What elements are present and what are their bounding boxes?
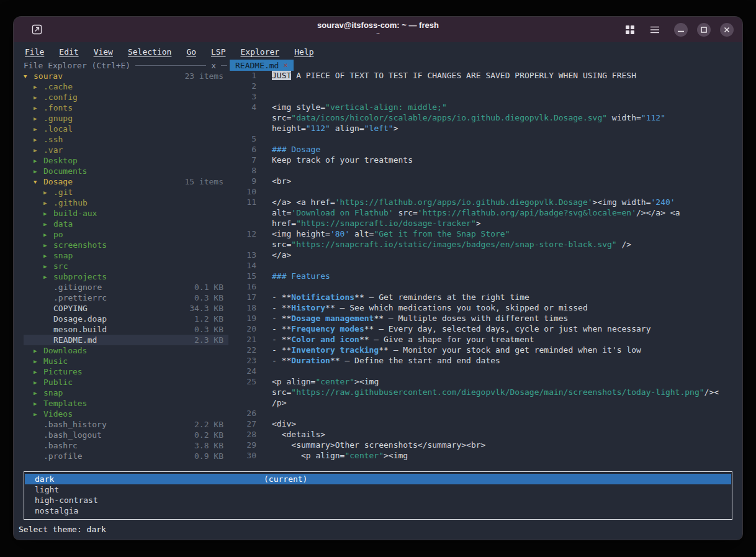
app-grid-button[interactable]	[624, 24, 636, 35]
theme-option-light[interactable]: light	[25, 484, 731, 495]
tree-item-bashrc[interactable]: .bashrc3.8 KB	[24, 440, 228, 451]
tree-item-src[interactable]: ▶src	[24, 261, 228, 271]
folder-closed-icon[interactable]: ▶	[34, 348, 43, 354]
tree-item-subprojects[interactable]: ▶subprojects	[24, 271, 228, 282]
tree-item-bash-history[interactable]: .bash_history2.2 KB	[24, 419, 228, 430]
tree-item-pictures[interactable]: ▶Pictures	[24, 366, 228, 377]
tree-item-dosage-doap[interactable]: Dosage.doap1.2 KB	[24, 314, 228, 324]
tree-item-downloads[interactable]: ▶Downloads	[24, 345, 228, 356]
folder-closed-icon[interactable]: ▶	[34, 105, 43, 111]
tree-item-build-aux[interactable]: ▶build-aux	[24, 208, 228, 219]
tree-item-public[interactable]: ▶Public	[24, 377, 228, 387]
tree-item-cache[interactable]: ▶.cache	[24, 81, 228, 92]
minimize-button[interactable]	[674, 23, 688, 37]
tree-item-config[interactable]: ▶.config	[24, 92, 228, 102]
menu-help[interactable]: Help	[294, 47, 313, 57]
tree-item-profile[interactable]: .profile0.9 KB	[24, 451, 228, 461]
folder-closed-icon[interactable]: ▶	[34, 390, 43, 396]
tab-readme-md[interactable]: README.md ×	[230, 60, 294, 71]
folder-closed-icon[interactable]: ▶	[43, 232, 53, 238]
tree-item-prettierrc[interactable]: .prettierrc0.3 KB	[24, 292, 228, 303]
tab-close-icon[interactable]: ×	[283, 61, 287, 70]
folder-closed-icon[interactable]: ▶	[34, 411, 43, 417]
folder-closed-icon[interactable]: ▶	[34, 94, 43, 101]
close-button[interactable]	[720, 23, 734, 37]
maximize-button[interactable]	[697, 23, 711, 37]
folder-closed-icon[interactable]: ▶	[34, 369, 43, 375]
folder-closed-icon[interactable]: ▶	[34, 84, 43, 90]
theme-option-nostalgia[interactable]: nostalgia	[25, 505, 731, 516]
new-window-button[interactable]	[30, 23, 43, 37]
folder-closed-icon[interactable]: ▶	[34, 126, 43, 132]
tree-item-copying[interactable]: COPYING34.3 KB	[24, 303, 228, 314]
folder-closed-icon[interactable]: ▶	[34, 379, 43, 386]
tree-item-po[interactable]: ▶po	[24, 229, 228, 240]
explorer-header-divider	[135, 65, 206, 66]
tree-item-readme-md[interactable]: README.md2.3 KB	[24, 335, 228, 345]
theme-option-high-contrast[interactable]: high-contrast	[25, 495, 731, 505]
tree-item-snap[interactable]: ▶snap	[24, 387, 228, 398]
code-line: src="https://snapcraft.io/static/images/…	[230, 240, 737, 250]
line-number: 2	[230, 81, 256, 92]
tree-item-dosage[interactable]: ▼Dosage15 items	[24, 176, 228, 187]
folder-closed-icon[interactable]: ▶	[43, 253, 53, 259]
menu-edit[interactable]: Edit	[59, 47, 78, 57]
menu-lsp[interactable]: LSP	[211, 47, 225, 57]
folder-closed-icon[interactable]: ▶	[43, 189, 53, 196]
tree-item-gnupg[interactable]: ▶.gnupg	[24, 113, 228, 124]
folder-closed-icon[interactable]: ▶	[43, 211, 53, 217]
tree-item-music[interactable]: ▶Music	[24, 356, 228, 366]
titlebar[interactable]: sourav@itsfoss-com: ~ — fresh ~	[14, 17, 742, 42]
line-text: - **Frequency modes** — Every day, selec…	[272, 324, 651, 335]
folder-closed-icon[interactable]: ▶	[43, 274, 53, 280]
tree-item-ssh[interactable]: ▶.ssh	[24, 134, 228, 145]
tree-item-github[interactable]: ▶.github	[24, 197, 228, 208]
tree-item-sourav[interactable]: ▼sourav23 items	[24, 71, 228, 81]
hamburger-menu-button[interactable]	[649, 24, 660, 35]
folder-closed-icon[interactable]: ▶	[34, 358, 43, 365]
tree-item-meson-build[interactable]: meson.build0.3 KB	[24, 324, 228, 335]
tree-item-screenshots[interactable]: ▶screenshots	[24, 240, 228, 250]
folder-closed-icon[interactable]: ▶	[34, 158, 43, 164]
tree-item-templates[interactable]: ▶Templates	[24, 398, 228, 409]
tree-item-git[interactable]: ▶.git	[24, 187, 228, 197]
tree-item-snap[interactable]: ▶snap	[24, 250, 228, 261]
menu-file[interactable]: File	[25, 47, 44, 57]
tree-item-local[interactable]: ▶.local	[24, 124, 228, 134]
line-number: 5	[230, 134, 256, 145]
folder-closed-icon[interactable]: ▶	[43, 200, 53, 206]
folder-open-icon[interactable]: ▼	[24, 73, 34, 79]
status-bar[interactable]: Select theme: dark	[19, 522, 737, 536]
tree-item-desktop[interactable]: ▶Desktop	[24, 155, 228, 166]
folder-closed-icon[interactable]: ▶	[34, 168, 43, 174]
folder-closed-icon[interactable]: ▶	[34, 147, 43, 153]
folder-closed-icon[interactable]: ▶	[34, 401, 43, 407]
tree-item-var[interactable]: ▶.var	[24, 145, 228, 155]
tree-item-data[interactable]: ▶data	[24, 219, 228, 229]
line-number: 15	[230, 271, 256, 282]
folder-open-icon[interactable]: ▼	[34, 179, 43, 185]
line-text: src="https://snapcraft.io/static/images/…	[272, 240, 631, 250]
line-number: 27	[230, 419, 256, 430]
menu-explorer[interactable]: Explorer	[241, 47, 280, 57]
tree-item-bash-logout[interactable]: .bash_logout0.2 KB	[24, 430, 228, 440]
status-prompt-text: Select theme: dark	[19, 525, 106, 534]
folder-closed-icon[interactable]: ▶	[34, 115, 43, 122]
menu-selection[interactable]: Selection	[128, 47, 171, 57]
titlebar-controls	[624, 23, 734, 37]
folder-closed-icon[interactable]: ▶	[43, 221, 53, 227]
tree-item-videos[interactable]: ▶Videos	[24, 409, 228, 419]
code-area[interactable]: 1JUST A PIECE OF TEXT TO TEST IF CHANGES…	[230, 71, 737, 471]
folder-closed-icon[interactable]: ▶	[34, 137, 43, 143]
tree-item-gitignore[interactable]: .gitignore0.1 KB	[24, 282, 228, 292]
explorer-close-button[interactable]: x	[211, 61, 216, 70]
item-meta: 23 items	[184, 71, 223, 81]
theme-option-dark[interactable]: dark(current)	[25, 474, 731, 484]
folder-closed-icon[interactable]: ▶	[43, 263, 53, 269]
item-meta: 0.9 KB	[194, 451, 223, 461]
menu-go[interactable]: Go	[186, 47, 196, 57]
menu-view[interactable]: View	[94, 47, 113, 57]
tree-item-documents[interactable]: ▶Documents	[24, 166, 228, 176]
folder-closed-icon[interactable]: ▶	[43, 242, 53, 248]
tree-item-fonts[interactable]: ▶.fonts	[24, 102, 228, 113]
